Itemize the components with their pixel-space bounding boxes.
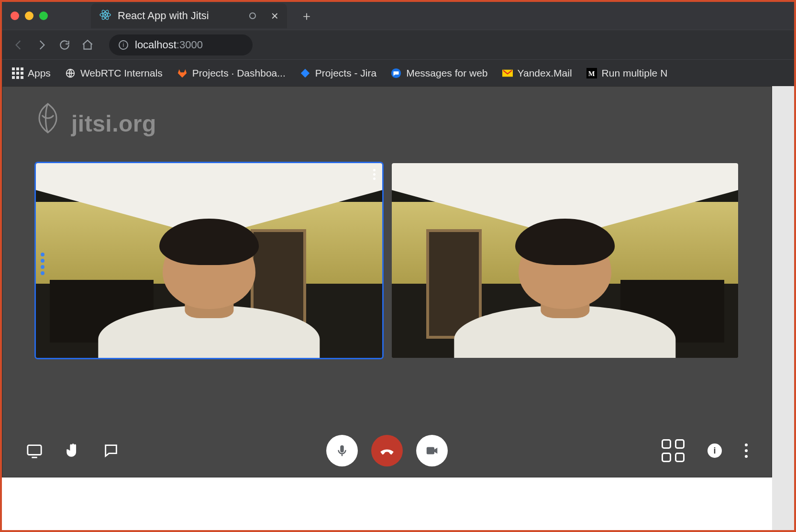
bookmark-label: Projects - Jira xyxy=(315,67,376,79)
conference-toolbar: i xyxy=(2,424,772,477)
browser-chrome: React App with Jitsi × ＋ i localhost:300… xyxy=(2,2,794,86)
title-bar: React App with Jitsi × ＋ xyxy=(2,2,794,30)
gitlab-icon xyxy=(177,68,188,78)
browser-toolbar: i localhost:3000 xyxy=(2,30,794,59)
window-controls xyxy=(11,11,48,20)
svg-text:M: M xyxy=(588,69,595,77)
video-placeholder xyxy=(392,163,738,358)
bookmark-jira[interactable]: Projects - Jira xyxy=(300,67,376,79)
hangup-button[interactable] xyxy=(371,435,403,466)
address-bar[interactable]: i localhost:3000 xyxy=(109,34,253,55)
raise-hand-button[interactable] xyxy=(65,443,81,459)
back-button[interactable] xyxy=(12,39,25,51)
url-text: localhost:3000 xyxy=(135,39,203,51)
screen-share-button[interactable] xyxy=(26,443,43,459)
messages-icon xyxy=(391,68,401,78)
jitsi-watermark: jitsi.org xyxy=(31,101,156,146)
tileview-icon xyxy=(662,439,685,462)
bookmark-messages[interactable]: Messages for web xyxy=(391,67,487,79)
chat-button[interactable] xyxy=(103,443,119,459)
apps-grid-icon xyxy=(12,68,23,78)
participant-tile[interactable] xyxy=(392,163,738,358)
info-icon: i xyxy=(708,443,722,458)
connection-indicator-icon[interactable] xyxy=(41,253,44,275)
bookmark-gitlab[interactable]: Projects · Dashboa... xyxy=(177,67,286,79)
jira-icon xyxy=(300,68,310,78)
info-button[interactable]: i xyxy=(708,443,722,458)
bookmarks-bar: Apps WebRTC Internals Projects · Dashboa… xyxy=(2,59,794,86)
video-placeholder xyxy=(36,163,382,358)
tile-view-button[interactable] xyxy=(662,439,685,462)
bookmark-apps[interactable]: Apps xyxy=(12,67,51,79)
mute-video-button[interactable] xyxy=(416,435,448,466)
forward-button[interactable] xyxy=(35,39,48,51)
react-icon xyxy=(100,9,111,22)
kebab-icon xyxy=(745,443,748,458)
yandex-icon xyxy=(502,68,513,78)
svg-rect-11 xyxy=(427,447,434,454)
video-tiles xyxy=(36,163,738,358)
window-close-button[interactable] xyxy=(11,11,19,20)
globe-icon xyxy=(65,68,76,78)
bookmark-label: Run multiple N xyxy=(602,67,668,79)
mute-audio-button[interactable] xyxy=(326,435,358,466)
bookmark-webrtc-internals[interactable]: WebRTC Internals xyxy=(65,67,163,79)
tab-media-indicator-icon[interactable] xyxy=(249,12,256,19)
svg-point-3 xyxy=(104,14,106,16)
bookmark-label: Projects · Dashboa... xyxy=(192,67,286,79)
tab-close-button[interactable]: × xyxy=(271,9,278,23)
bookmark-label: WebRTC Internals xyxy=(80,67,163,79)
bookmark-medium[interactable]: M Run multiple N xyxy=(586,67,668,79)
tab-title: React App with Jitsi xyxy=(118,10,209,22)
more-actions-button[interactable] xyxy=(745,443,748,458)
svg-rect-10 xyxy=(340,445,344,453)
new-tab-button[interactable]: ＋ xyxy=(300,8,313,24)
participant-tile[interactable] xyxy=(36,163,382,358)
home-button[interactable] xyxy=(81,39,94,51)
reload-button[interactable] xyxy=(58,39,71,51)
window-zoom-button[interactable] xyxy=(39,11,48,20)
bookmark-label: Yandex.Mail xyxy=(518,67,572,79)
page-margin xyxy=(772,86,794,530)
jitsi-conference-frame: jitsi.org xyxy=(2,86,772,477)
medium-icon: M xyxy=(586,68,597,78)
jitsi-logo-icon xyxy=(31,101,65,146)
bookmark-yandex[interactable]: Yandex.Mail xyxy=(502,67,572,79)
page-viewport: jitsi.org xyxy=(2,86,794,530)
site-info-icon[interactable]: i xyxy=(119,40,128,50)
jitsi-watermark-text: jitsi.org xyxy=(71,111,156,137)
svg-rect-9 xyxy=(28,445,41,455)
bookmark-label: Messages for web xyxy=(406,67,487,79)
bookmark-label: Apps xyxy=(28,67,51,79)
window-minimize-button[interactable] xyxy=(25,11,33,20)
browser-tab[interactable]: React App with Jitsi × xyxy=(91,3,287,28)
tile-menu-button[interactable] xyxy=(373,169,376,180)
